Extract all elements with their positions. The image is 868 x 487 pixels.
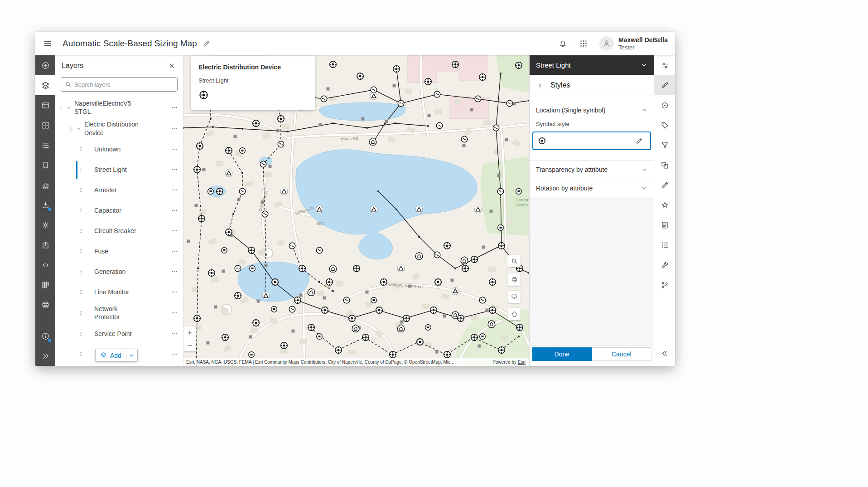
done-button[interactable]: Done — [532, 347, 592, 361]
save-tool-button[interactable] — [35, 195, 55, 215]
drag-handle-icon[interactable] — [78, 228, 86, 234]
layer-options-button[interactable] — [169, 286, 180, 298]
location-section-toggle[interactable]: Location (Single symbol) — [530, 101, 654, 120]
drag-handle-icon[interactable] — [78, 187, 86, 193]
versioning-settings-button[interactable] — [654, 275, 675, 295]
properties-settings-button[interactable] — [654, 55, 675, 75]
tables-tool-button[interactable] — [35, 95, 55, 115]
layer-row-line-monitor[interactable]: Line Monitor — [55, 282, 183, 302]
drag-handle-icon[interactable] — [78, 310, 86, 316]
layer-row-arrester[interactable]: Arrester — [55, 180, 183, 200]
map-print-button[interactable] — [508, 273, 521, 286]
map-properties-tool-button[interactable] — [35, 215, 55, 235]
chevron-down-icon[interactable] — [76, 126, 84, 131]
styles-settings-button[interactable] — [654, 75, 675, 95]
collapse-settings-toolbar-button[interactable] — [654, 343, 675, 363]
layer-row-service-point[interactable]: Service Point — [55, 323, 183, 344]
share-tool-button[interactable] — [35, 235, 55, 255]
labels-settings-button[interactable] — [654, 115, 675, 135]
map-home-button[interactable] — [508, 308, 521, 320]
ellipsis-icon — [171, 227, 178, 234]
popups-settings-button[interactable] — [654, 95, 675, 115]
layer-options-button[interactable] — [169, 307, 180, 319]
layer-options-button[interactable] — [169, 184, 180, 196]
drag-handle-icon[interactable] — [68, 126, 76, 132]
layers-tool-button[interactable] — [35, 75, 55, 95]
edit-title-button[interactable] — [200, 37, 213, 50]
map-canvas[interactable]: mons RdSylvania CtWilliam Pl693700Centur… — [183, 55, 529, 366]
layer-row-generation[interactable]: Generation — [55, 262, 183, 282]
layer-options-button[interactable] — [169, 328, 180, 340]
layer-options-button[interactable] — [169, 205, 180, 216]
back-button[interactable] — [533, 78, 547, 92]
layer-options-button[interactable] — [169, 164, 180, 175]
layer-row-network-protector[interactable]: Network Protector — [55, 302, 183, 323]
print-tool-button[interactable] — [35, 295, 55, 315]
drag-handle-icon[interactable] — [78, 268, 86, 275]
drag-handle-icon[interactable] — [78, 289, 86, 295]
sketch-settings-button[interactable] — [654, 175, 675, 195]
ellipsis-icon — [171, 248, 178, 255]
layer-row-electric-distribution-device[interactable]: Electric Distribution Device — [55, 118, 183, 139]
pencil-icon — [203, 40, 210, 48]
close-layers-panel-button[interactable] — [165, 59, 178, 73]
notifications-button[interactable] — [554, 35, 571, 52]
aggregation-settings-button[interactable] — [654, 155, 675, 175]
layer-row-unknown[interactable]: Unknown — [55, 139, 183, 160]
add-tool-button[interactable] — [35, 55, 55, 75]
forms-settings-button[interactable] — [654, 235, 675, 255]
zoom-out-button[interactable] — [183, 339, 196, 351]
layer-options-button[interactable] — [169, 245, 180, 257]
esri-link[interactable]: Esri — [518, 360, 526, 365]
symbol-style-picker[interactable] — [532, 131, 651, 150]
layer-label: Circuit Breaker — [94, 227, 138, 235]
layer-options-button[interactable] — [169, 266, 180, 278]
layer-row-circuit-breaker[interactable]: Circuit Breaker — [55, 221, 183, 241]
expand-tool-button[interactable] — [35, 346, 55, 366]
layer-options-button[interactable] — [169, 225, 180, 237]
map-presentation-button[interactable] — [508, 291, 521, 303]
menu-button[interactable] — [39, 35, 56, 52]
drag-handle-icon[interactable] — [78, 331, 86, 337]
bookmarks-tool-button[interactable] — [35, 155, 55, 175]
desktop-background: Automatic Scale-Based Sizing Map Maxwell… — [0, 0, 868, 487]
add-layer-dropdown-button[interactable] — [126, 352, 137, 358]
map-search-button[interactable] — [508, 255, 521, 267]
fields-settings-button[interactable] — [654, 215, 675, 235]
drag-handle-icon[interactable] — [78, 146, 86, 152]
drag-handle-icon[interactable] — [78, 166, 86, 173]
layer-options-button[interactable] — [169, 123, 180, 135]
drag-handle-icon[interactable] — [78, 207, 86, 214]
layer-style-header: Street Light — [530, 55, 654, 75]
filter-settings-button[interactable] — [654, 135, 675, 155]
layer-options-button[interactable] — [169, 143, 180, 155]
layer-options-button[interactable] — [169, 102, 180, 113]
effects-settings-button[interactable] — [654, 195, 675, 215]
app-launcher-button[interactable] — [575, 35, 592, 52]
info-tool-button[interactable] — [35, 326, 55, 346]
add-layer-button[interactable]: Add — [95, 349, 138, 362]
user-menu[interactable]: Maxwell DeBella Tester — [599, 36, 668, 51]
rotation-by-attribute-toggle[interactable]: Rotation by attribute — [530, 179, 654, 197]
developer-tool-button[interactable] — [35, 255, 55, 275]
layer-options-button[interactable] — [169, 348, 180, 360]
drag-handle-icon[interactable] — [78, 351, 86, 357]
charts-tool-button[interactable] — [35, 175, 55, 195]
search-layers-input[interactable] — [74, 81, 174, 88]
drag-handle-icon[interactable] — [58, 104, 66, 111]
layer-row-capacitor[interactable]: Capacitor — [55, 200, 183, 221]
utility-network-settings-button[interactable] — [654, 255, 675, 275]
cancel-button[interactable]: Cancel — [592, 347, 652, 361]
layer-row-napervilleelectricv5-stgl[interactable]: NapervilleElectricV5 STGL — [55, 97, 183, 118]
layer-row-fuse[interactable]: Fuse — [55, 241, 183, 262]
basemap-tool-button[interactable] — [35, 115, 55, 135]
chevron-down-icon[interactable] — [66, 105, 74, 111]
layer-row-street-light[interactable]: Street Light — [55, 160, 183, 180]
collapse-layer-header-button[interactable] — [637, 58, 651, 73]
apps-tool-button[interactable] — [35, 275, 55, 295]
transparency-by-attribute-toggle[interactable]: Transparency by attribute — [530, 160, 654, 179]
drag-handle-icon[interactable] — [78, 248, 86, 254]
legend-tool-button[interactable] — [35, 135, 55, 155]
zoom-in-button[interactable] — [183, 326, 196, 339]
edit-symbol-button[interactable] — [633, 135, 646, 147]
